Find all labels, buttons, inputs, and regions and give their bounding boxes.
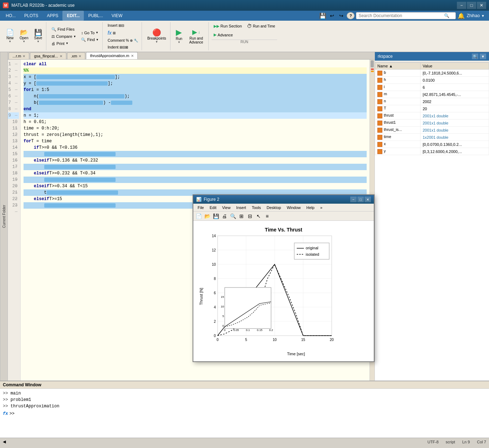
fig-tb-zoom[interactable]: 🔍 [229,213,237,220]
fig-menu-edit[interactable]: Edit [207,205,219,210]
notification-icon[interactable]: 🔔 [457,12,465,19]
indent-icons: ⊞⊟⊠ [119,45,128,49]
workspace-row[interactable]: thrust1 2001x1 double [375,119,489,127]
workspace-search-btn[interactable]: 🔍 [472,54,478,59]
menu-apps[interactable]: APPS [42,11,62,21]
close-button[interactable]: ✕ [477,2,486,9]
print-arrow-icon: ▼ [66,42,68,45]
print-button[interactable]: 🖨 Print ▼ [49,40,78,47]
workspace-row[interactable]: x [0,0.0700,0.1360,0.2... [375,141,489,148]
workspace-row[interactable]: y [0,3,12.6000,4.2000,... [375,148,489,155]
ws-col-name[interactable]: Name ▲ [375,63,421,70]
fig-tb-save[interactable]: 💾 [212,213,220,220]
status-left-arrow: ◀ [3,439,6,444]
fig-tb-open[interactable]: 📂 [203,213,211,220]
ws-var-value: 20 [420,105,489,112]
line-num-4: 4 — [8,80,19,87]
toolbar-undo-icon[interactable]: ↩ [328,12,336,19]
workspace-row[interactable]: thrust 2001x1 double [375,112,489,119]
ws-col-value[interactable]: Value [420,63,489,70]
fig-menu-view[interactable]: View [219,205,234,210]
command-window-content[interactable]: >> main >> problem1 >> thrustApproximati… [0,389,489,438]
fig-tb-grid1[interactable]: ⊞ [238,213,245,220]
fig-tb-cursor[interactable]: ↖ [255,213,263,220]
breakpoints-button[interactable]: 🔴 Breakpoints ▼ [145,28,169,45]
figure-icon: 📊 [196,197,202,202]
comment-button[interactable]: Comment % ⊕ 🔧 [106,37,140,44]
tab-4-close[interactable]: ✕ [131,54,134,58]
workspace-row[interactable]: T 20 [375,105,489,112]
workspace-row[interactable]: b [0,-7.1818,24.5000,6... [375,70,489,77]
tab-1[interactable]: ...r.m ✕ [9,52,29,59]
menu-home[interactable]: HO... [1,11,20,21]
run-time-button[interactable]: ⏱ Run and Time [245,22,277,30]
run-section-button[interactable]: ▶▶ Run Section [212,22,244,30]
toolbar-redo-icon[interactable]: ↪ [337,12,345,19]
run-button[interactable]: ▶ Run ▼ [173,27,185,45]
maximize-button[interactable]: □ [467,2,476,9]
workspace-row[interactable]: n 2002 [375,98,489,105]
minimize-button[interactable]: − [457,2,466,9]
tab-1-close[interactable]: ✕ [22,54,25,58]
line-num-9: 9 — [8,112,19,119]
fig-tb-print[interactable]: 🖨 [220,213,228,220]
line-num-23: 23 — [8,202,19,209]
workspace-arrow-btn[interactable]: ▼ [480,54,486,59]
toolbar-help-icon[interactable]: ? [347,12,355,19]
figure-minimize-btn[interactable]: − [350,197,357,202]
workspace-row[interactable]: i 6 [375,84,489,91]
new-icon: 📄 [6,29,14,36]
menu-view[interactable]: VIEW [107,11,127,21]
find-files-button[interactable]: 🔍 Find Files [49,26,78,33]
fig-menu-insert[interactable]: Insert [233,205,249,210]
tab-3[interactable]: .xm ✕ [67,52,86,59]
compare-button[interactable]: ⚖ Compare ▼ [49,33,78,40]
fig-menu-arrow[interactable]: » [317,205,325,210]
figure-close-btn[interactable]: ✕ [365,197,371,202]
file-section: 📄 New ▼ 📂 Open ▼ 💾 Save ▼ [2,22,46,50]
go-to-button[interactable]: ↕ Go To ▼ [79,30,101,36]
run-arrow-icon: ▼ [178,41,180,44]
fig-tb-list[interactable]: ≡ [263,213,271,220]
fig-menu-desktop[interactable]: Desktop [264,205,284,210]
tab-2[interactable]: gsa_flinpcal... ✕ [30,52,66,59]
menu-editor[interactable]: EDIT... [62,11,84,21]
save-button[interactable]: 💾 Save ▼ [31,28,45,44]
workspace-row[interactable]: m [42.8571,145.4545,-... [375,91,489,98]
fig-menu-file[interactable]: File [195,205,207,210]
tab-2-close[interactable]: ✕ [60,54,62,58]
line-num-15: 15 — [8,151,19,157]
indent-button[interactable]: Indent ⊞⊟⊠ [106,44,140,50]
fig-menu-tools[interactable]: Tools [249,205,264,210]
find-button[interactable]: 🔍 Find ▼ [79,36,101,43]
workspace-row[interactable]: time 1x2001 double [375,134,489,141]
advance-button[interactable]: ▶ Advance [212,31,235,38]
insert-button[interactable]: Insert ⊞⊟ [106,22,140,29]
tab-3-close[interactable]: ✕ [78,54,81,58]
run-advance-button[interactable]: ▶ ↓ Run andAdvance [185,27,207,45]
new-button[interactable]: 📄 New ▼ [4,28,16,44]
workspace-row[interactable]: h 0.0100 [375,77,489,84]
fig-menu-window[interactable]: Window [284,205,304,210]
cmd-input-line[interactable]: fx >> [3,409,486,418]
search-documentation-box[interactable]: 🔍 [356,12,456,19]
open-button[interactable]: 📂 Open ▼ [17,28,31,44]
ws-var-value: 2002 [420,98,489,105]
search-documentation-input[interactable] [358,13,444,18]
workspace-row[interactable]: thrust_is... 2001x1 double [375,127,489,134]
fig-menu-help[interactable]: Help [304,205,317,210]
menu-plots[interactable]: PLOTS [20,11,42,21]
ws-var-name: m [375,91,421,98]
fig-tb-new[interactable]: 📄 [195,213,203,220]
toolbar-save-icon[interactable]: 💾 [319,12,327,19]
fig-tb-grid2[interactable]: ⊟ [246,213,254,220]
figure-maximize-btn[interactable]: □ [357,197,364,202]
tab-4[interactable]: thrustApproximation.m ✕ [86,52,137,59]
fx-icon: fx [108,30,112,36]
workspace-header: rkspace 🔍 ▼ [375,52,489,61]
code-line-7: b() - [24,100,367,106]
current-folder-strip[interactable]: Current Folder [0,52,8,381]
fx-button[interactable]: fx ⊞ [106,29,140,37]
advance-icon: ▶ [214,32,217,37]
menu-publish[interactable]: PUBL... [84,11,107,21]
